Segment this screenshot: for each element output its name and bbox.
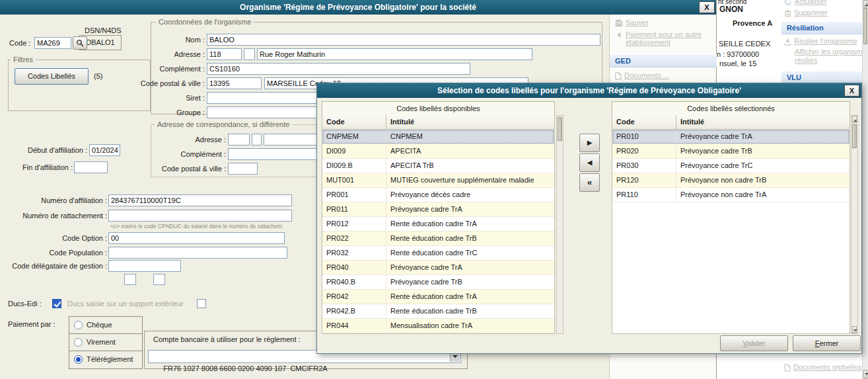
table-row[interactable]: PR110Prévoyance non cadre TrA xyxy=(612,188,850,202)
table-row[interactable]: DI009.BAPECITA TrB xyxy=(322,159,554,173)
scrollbar[interactable] xyxy=(862,0,868,379)
organisme-window-titlebar: Organisme 'Régime de Prévoyance Obligato… xyxy=(0,0,716,15)
scrollbar-thumb[interactable] xyxy=(558,117,562,141)
afficher-resilies-line1: Afficher les organism xyxy=(795,48,863,56)
table-row[interactable]: PR010Prévoyance cadre TrA xyxy=(612,130,850,144)
correspondance-complement-label: Complément : xyxy=(139,150,226,158)
selected-scrollbar[interactable] xyxy=(851,115,858,334)
table-row[interactable]: PR042.BRente éducation cadre TrB xyxy=(322,304,554,319)
paiement-option-cheque[interactable]: Chèque xyxy=(69,317,142,334)
table-row[interactable]: PR120Prévoyance non cadre TrB xyxy=(612,173,850,188)
valider-button[interactable]: Valider xyxy=(720,335,788,351)
actualiser-label: Actualiser xyxy=(795,0,826,5)
extra-code-input-2[interactable] xyxy=(153,274,165,285)
afficher-resilies-button[interactable]: Afficher les organism xyxy=(795,48,863,56)
radio-telereglement[interactable] xyxy=(74,355,83,364)
selected-column-intitule[interactable]: Intitulé xyxy=(676,115,850,129)
ged-section-header: GED xyxy=(610,54,717,67)
table-row[interactable]: PR040Prévoyance cadre TrA xyxy=(322,261,554,275)
table-row[interactable]: PR011Prévoyance cadre TrA xyxy=(322,202,554,217)
available-codes-table[interactable]: CNPMEMCNPMEMDI009APECITADI009.BAPECITA T… xyxy=(322,130,555,334)
code-postal-input[interactable] xyxy=(207,77,262,89)
table-row[interactable]: MUT001MUTIEG couverture supplémentaire m… xyxy=(322,173,554,188)
correspondance-code-postal-input[interactable] xyxy=(228,163,258,175)
fin-affiliation-input[interactable] xyxy=(74,161,108,173)
complement-input[interactable] xyxy=(207,63,470,75)
table-row[interactable]: PR001Prévoyance décès cadre xyxy=(322,188,554,202)
code-option-input[interactable] xyxy=(108,232,285,244)
sauver-button[interactable]: Sauver xyxy=(615,19,649,27)
scroll-up-icon[interactable] xyxy=(863,0,867,7)
numero-affiliation-input[interactable] xyxy=(108,194,292,206)
ducs-exterieur-label: Ducs saisie sur un support extérieur xyxy=(67,300,183,308)
code-input[interactable] xyxy=(34,37,71,49)
fermer-button[interactable]: Fermer xyxy=(793,335,861,351)
close-icon[interactable]: X xyxy=(699,1,715,13)
radio-virement[interactable] xyxy=(74,338,83,347)
remove-code-button[interactable]: ◀ xyxy=(579,153,600,172)
numero-rattachement-input[interactable] xyxy=(108,210,292,222)
selected-column-code[interactable]: Code xyxy=(612,115,676,129)
scrollbar-thumb[interactable] xyxy=(852,124,857,148)
trash-icon xyxy=(784,9,791,17)
afficher-resilies-line2[interactable]: résiliés xyxy=(795,56,817,64)
documents-icon xyxy=(615,71,622,80)
available-scrollbar[interactable] xyxy=(556,115,563,334)
ducs-exterieur-checkbox[interactable] xyxy=(197,299,206,308)
extra-code-input-1[interactable] xyxy=(124,274,136,285)
paiement-option-virement[interactable]: Virement xyxy=(69,334,142,351)
ducs-edi-checkbox[interactable] xyxy=(52,299,61,308)
scroll-down-icon[interactable] xyxy=(863,370,867,379)
table-row[interactable]: PR040.BPrévoyance cadre TrB xyxy=(322,275,554,290)
scroll-down-icon[interactable] xyxy=(852,326,857,333)
table-row[interactable]: CNPMEMCNPMEM xyxy=(322,130,554,144)
supprimer-label: Supprimer xyxy=(794,9,828,17)
code-delegataire-input[interactable] xyxy=(108,260,181,272)
resilier-organisme-button[interactable]: Résilier l'organisme xyxy=(784,37,857,46)
search-button[interactable] xyxy=(73,36,87,50)
selected-codes-table[interactable]: PR010Prévoyance cadre TrAPR020Prévoyance… xyxy=(612,130,850,334)
table-row[interactable]: DI009APECITA xyxy=(322,144,554,159)
correspondance-adresse-numero-input[interactable] xyxy=(228,134,250,146)
code-cell: PR012 xyxy=(322,217,386,231)
documents-orphelins-label: Documents orphelins xyxy=(793,363,861,371)
intitule-cell: Prévoyance non cadre TrB xyxy=(676,173,850,187)
document-icon xyxy=(784,363,791,372)
adresse-label: Adresse : xyxy=(119,50,205,58)
code-population-input[interactable] xyxy=(108,247,287,259)
documents-button[interactable]: Documents ... xyxy=(615,71,669,80)
sauver-label: Sauver xyxy=(626,19,649,26)
ged-title: GED xyxy=(610,55,717,67)
documents-orphelins-button[interactable]: Documents orphelins xyxy=(784,363,861,372)
table-row[interactable]: PR032Rente éducation cadre TrC xyxy=(322,246,554,261)
table-row[interactable]: PR044Mensualisation cadre TrA xyxy=(322,319,554,333)
actualiser-button[interactable]: Actualiser xyxy=(784,0,826,6)
debut-affiliation-input[interactable] xyxy=(89,144,120,156)
table-row[interactable]: PR012Rente éducation cadre TrA xyxy=(322,217,554,232)
intitule-cell: Prévoyance décès cadre xyxy=(386,188,554,202)
available-column-code[interactable]: Code xyxy=(322,115,386,129)
radio-cheque[interactable] xyxy=(74,321,83,329)
add-code-button[interactable]: ▶ xyxy=(579,134,600,152)
table-row[interactable]: PR022Rente éducation cadre TrB xyxy=(322,232,554,246)
paiement-autre-button[interactable]: Paiement pour un autre établissement xyxy=(615,30,713,46)
supprimer-button[interactable]: Supprimer xyxy=(784,9,828,17)
scroll-up-icon[interactable] xyxy=(852,116,857,123)
table-row[interactable]: PR020Prévoyance cadre TrB xyxy=(612,144,850,159)
remove-all-codes-button[interactable]: « xyxy=(579,173,600,192)
codes-libelles-button[interactable]: Codes Libellés xyxy=(15,68,89,85)
table-row[interactable]: PR030Prévoyance cadre TrC xyxy=(612,159,850,173)
paiement-option-telereglement[interactable]: Télérèglement xyxy=(69,351,142,368)
intitule-cell: Prévoyance cadre TrC xyxy=(676,159,850,173)
nom-input[interactable] xyxy=(207,34,600,46)
scrollbar-thumb[interactable] xyxy=(863,8,867,44)
adresse-numero-input[interactable] xyxy=(207,48,242,60)
adresse-bis-input[interactable] xyxy=(244,48,255,60)
dialog-close-icon[interactable]: X xyxy=(844,85,859,97)
available-column-intitule[interactable]: Intitulé xyxy=(386,115,554,129)
correspondance-code-postal-label: Code postal & ville : xyxy=(139,165,226,173)
table-row[interactable]: PR042Rente éducation cadre TrA xyxy=(322,290,554,304)
code-cell: PR110 xyxy=(612,188,676,202)
adresse-rue-input[interactable] xyxy=(257,48,532,60)
correspondance-adresse-bis-input[interactable] xyxy=(252,134,262,146)
